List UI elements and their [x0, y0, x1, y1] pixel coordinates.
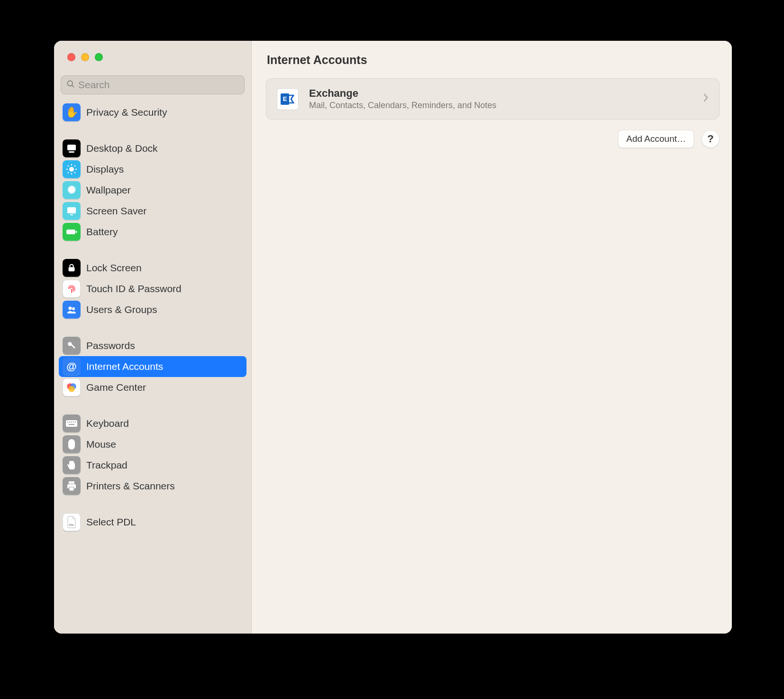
sidebar-item-battery[interactable]: Battery	[59, 221, 246, 242]
sidebar-item-printers-scanners[interactable]: Printers & Scanners	[59, 476, 246, 497]
svg-rect-13	[67, 207, 76, 213]
hand-icon: ✋	[63, 103, 81, 121]
sidebar-item-displays[interactable]: Displays	[59, 159, 246, 180]
sidebar: ✋ Privacy & Security Desktop & Dock Disp…	[54, 41, 252, 634]
screen-saver-icon	[63, 202, 81, 220]
sidebar-item-wallpaper[interactable]: ✺ Wallpaper	[59, 180, 246, 201]
sidebar-item-label: Keyboard	[86, 418, 129, 429]
sidebar-item-select-pdl[interactable]: PDL Select PDL	[59, 512, 246, 533]
svg-rect-30	[75, 422, 76, 423]
minimize-window-button[interactable]	[81, 53, 89, 61]
sidebar-item-touch-id[interactable]: Touch ID & Password	[59, 278, 246, 299]
svg-rect-33	[69, 481, 74, 484]
zoom-window-button[interactable]	[95, 53, 103, 61]
svg-rect-16	[76, 231, 77, 233]
sidebar-item-label: Passwords	[86, 340, 135, 351]
svg-rect-32	[68, 439, 75, 450]
printer-icon	[63, 477, 81, 495]
battery-icon	[63, 223, 81, 241]
sidebar-item-internet-accounts[interactable]: @ Internet Accounts	[59, 356, 246, 377]
svg-rect-17	[69, 267, 75, 271]
sidebar-item-label: Users & Groups	[86, 304, 157, 315]
svg-point-4	[69, 167, 74, 172]
sidebar-item-label: Battery	[86, 226, 118, 238]
svg-text:PDL: PDL	[69, 524, 75, 526]
sidebar-item-label: Mouse	[86, 439, 116, 450]
sidebar-scroll[interactable]: ✋ Privacy & Security Desktop & Dock Disp…	[54, 98, 251, 634]
account-title: Exchange	[309, 87, 703, 100]
page-title: Internet Accounts	[267, 53, 720, 67]
svg-line-10	[74, 172, 75, 173]
search-field[interactable]	[61, 75, 245, 94]
fingerprint-icon	[63, 280, 81, 298]
svg-point-18	[69, 307, 72, 310]
sidebar-item-screen-saver[interactable]: Screen Saver	[59, 201, 246, 221]
sidebar-item-label: Wallpaper	[86, 184, 131, 196]
search-wrap	[54, 61, 251, 98]
displays-icon	[63, 160, 81, 178]
add-account-button[interactable]: Add Account…	[618, 130, 694, 148]
svg-rect-25	[66, 420, 77, 427]
search-icon	[66, 79, 75, 91]
sidebar-item-users-groups[interactable]: Users & Groups	[59, 299, 246, 320]
svg-rect-35	[69, 487, 74, 491]
close-window-button[interactable]	[67, 53, 75, 61]
sidebar-item-keyboard[interactable]: Keyboard	[59, 413, 246, 434]
account-texts: Exchange Mail, Contacts, Calendars, Remi…	[309, 87, 703, 110]
sidebar-item-label: Displays	[86, 164, 124, 175]
svg-line-12	[74, 166, 75, 166]
svg-rect-27	[69, 422, 70, 423]
svg-rect-29	[73, 422, 74, 423]
sidebar-item-passwords[interactable]: Passwords	[59, 335, 246, 356]
svg-point-24	[69, 386, 75, 392]
svg-rect-14	[70, 214, 73, 215]
sidebar-item-label: Touch ID & Password	[86, 283, 182, 294]
at-sign-icon: @	[63, 358, 81, 376]
sidebar-item-desktop-dock[interactable]: Desktop & Dock	[59, 138, 246, 159]
sidebar-item-label: Printers & Scanners	[86, 480, 175, 492]
svg-rect-28	[71, 422, 72, 423]
sidebar-item-label: Game Center	[86, 382, 146, 393]
svg-rect-31	[69, 424, 74, 425]
exchange-icon: E	[277, 88, 299, 110]
svg-line-9	[68, 166, 69, 166]
mouse-icon	[63, 435, 81, 453]
key-icon	[63, 337, 81, 355]
svg-text:E: E	[283, 95, 287, 102]
svg-rect-15	[66, 230, 75, 234]
search-input[interactable]	[78, 79, 239, 91]
sidebar-item-trackpad[interactable]: Trackpad	[59, 455, 246, 476]
svg-rect-2	[67, 145, 76, 150]
sidebar-item-label: Internet Accounts	[86, 361, 163, 372]
sidebar-item-game-center[interactable]: Game Center	[59, 377, 246, 398]
account-subtitle: Mail, Contacts, Calendars, Reminders, an…	[309, 101, 703, 110]
svg-line-11	[68, 172, 69, 173]
chevron-right-icon	[703, 93, 709, 104]
sidebar-item-lock-screen[interactable]: Lock Screen	[59, 258, 246, 278]
svg-point-19	[72, 307, 75, 310]
svg-rect-3	[69, 151, 74, 153]
window-controls	[54, 41, 251, 61]
sidebar-item-label: Desktop & Dock	[86, 143, 158, 154]
wallpaper-icon: ✺	[63, 181, 81, 199]
settings-window: ✋ Privacy & Security Desktop & Dock Disp…	[54, 41, 732, 634]
sidebar-item-label: Privacy & Security	[86, 107, 167, 118]
keyboard-icon	[63, 414, 81, 432]
sidebar-item-label: Select PDL	[86, 516, 136, 528]
svg-rect-21	[71, 344, 75, 349]
svg-line-1	[72, 85, 74, 87]
svg-rect-26	[67, 422, 68, 423]
lock-icon	[63, 259, 81, 277]
action-bar: Add Account… ?	[266, 130, 720, 148]
game-center-icon	[63, 378, 81, 396]
sidebar-item-privacy-security[interactable]: ✋ Privacy & Security	[59, 102, 246, 123]
sidebar-item-label: Trackpad	[86, 460, 128, 471]
dock-icon	[63, 139, 81, 157]
document-icon: PDL	[63, 513, 81, 531]
sidebar-item-mouse[interactable]: Mouse	[59, 434, 246, 455]
help-button[interactable]: ?	[702, 130, 720, 148]
users-icon	[63, 301, 81, 319]
account-row-exchange[interactable]: E Exchange Mail, Contacts, Calendars, Re…	[266, 78, 720, 120]
trackpad-icon	[63, 456, 81, 474]
sidebar-item-label: Screen Saver	[86, 205, 146, 217]
